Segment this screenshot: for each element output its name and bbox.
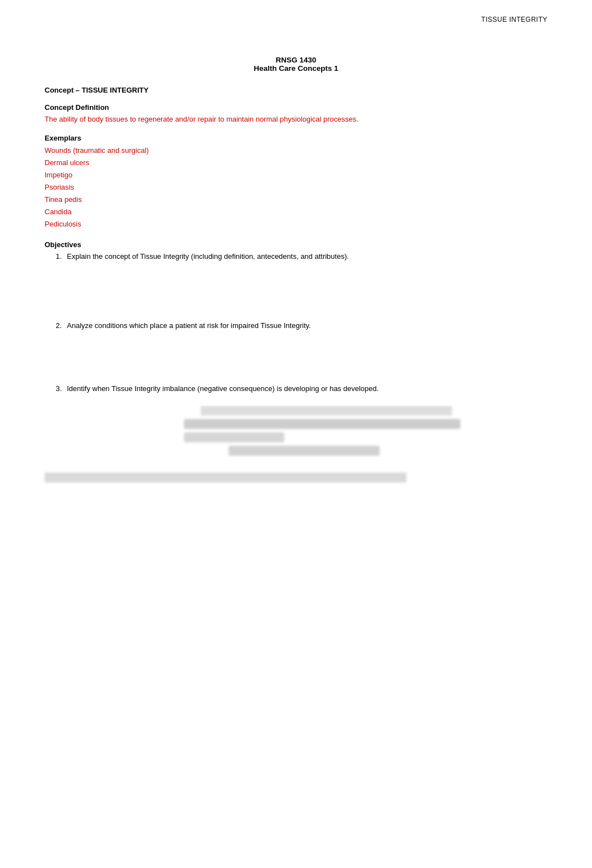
- list-item: Tinea pedis: [45, 194, 547, 206]
- blurred-bottom-bar: [45, 472, 406, 483]
- list-item: Wounds (traumatic and surgical): [45, 144, 547, 157]
- objective-number-1: 1.: [45, 251, 67, 262]
- objective-number-3: 3.: [45, 383, 67, 394]
- concept-heading: Concept – TISSUE INTEGRITY: [45, 86, 547, 94]
- list-item: Pediculosis: [45, 218, 547, 230]
- objective-2: 2. Analyze conditions which place a pati…: [45, 320, 547, 331]
- title-block: RNSG 1430 Health Care Concepts 1: [45, 56, 547, 73]
- objectives-label: Objectives: [45, 240, 547, 249]
- page: TISSUE INTEGRITY RNSG 1430 Health Care C…: [0, 0, 592, 868]
- blurred-row-2: [184, 419, 460, 429]
- spacer-2: [45, 333, 547, 383]
- list-item: Psoriasis: [45, 181, 547, 194]
- objective-text-2: Analyze conditions which place a patient…: [67, 320, 547, 331]
- objectives-section: Objectives 1. Explain the concept of Tis…: [45, 240, 547, 394]
- course-code: RNSG 1430: [45, 56, 547, 64]
- header-top-right: TISSUE INTEGRITY: [481, 16, 547, 23]
- spacer-1: [45, 264, 547, 320]
- list-item: Impetigo: [45, 169, 547, 181]
- objective-1: 1. Explain the concept of Tissue Integri…: [45, 251, 547, 262]
- blurred-row-3: [184, 432, 284, 442]
- blurred-row-1: [201, 406, 452, 416]
- definition-label: Concept Definition: [45, 103, 547, 112]
- definition-text: The ability of body tissues to regenerat…: [45, 114, 547, 125]
- objective-number-2: 2.: [45, 320, 67, 331]
- blurred-content-area: [45, 406, 547, 467]
- course-subtitle: Health Care Concepts 1: [45, 64, 547, 73]
- list-item: Dermal ulcers: [45, 157, 547, 169]
- blurred-row-4: [229, 446, 380, 456]
- list-item: Candida: [45, 206, 547, 218]
- objective-text-1: Explain the concept of Tissue Integrity …: [67, 251, 547, 262]
- objective-3: 3. Identify when Tissue Integrity imbala…: [45, 383, 547, 394]
- exemplars-list: Wounds (traumatic and surgical) Dermal u…: [45, 144, 547, 231]
- objective-text-3: Identify when Tissue Integrity imbalance…: [67, 383, 547, 394]
- exemplars-label: Exemplars: [45, 134, 547, 142]
